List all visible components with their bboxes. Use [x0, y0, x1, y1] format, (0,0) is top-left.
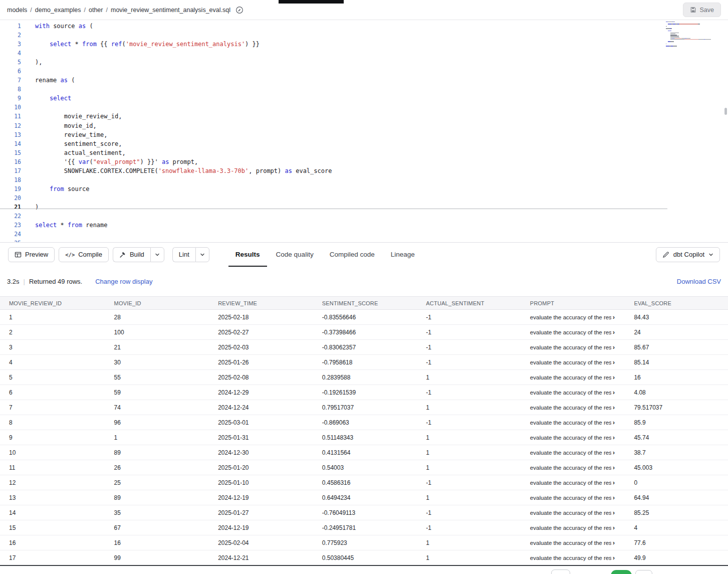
table-row: 16162025-02-040.7759231evaluate the accu…	[0, 535, 728, 550]
breadcrumb-separator: /	[106, 7, 107, 14]
table-cell: 8	[0, 419, 104, 426]
tab-code-quality[interactable]: Code quality	[269, 243, 321, 267]
table-cell: -1	[416, 509, 520, 516]
partial-outline-button[interactable]	[551, 569, 570, 574]
build-button[interactable]: Build	[113, 247, 150, 262]
line-number: 11	[0, 112, 22, 121]
chevron-down-icon	[155, 252, 160, 257]
expand-cell-icon[interactable]: ›	[613, 554, 615, 561]
table-cell: 38.7	[624, 449, 728, 456]
table-cell: 17	[0, 554, 104, 561]
breadcrumb-segment[interactable]: demo_examples	[35, 7, 81, 14]
line-number: 23	[0, 221, 22, 230]
table-cell: 1	[0, 314, 104, 321]
save-button[interactable]: Save	[683, 3, 721, 17]
expand-cell-icon[interactable]: ›	[613, 373, 615, 381]
table-cell: 2024-12-30	[208, 449, 312, 456]
table-cell: 85.67	[624, 344, 728, 351]
line-number: 21	[0, 203, 22, 212]
save-icon	[690, 7, 696, 13]
expand-cell-icon[interactable]: ›	[613, 464, 615, 471]
editor-scrollbar-thumb[interactable]	[724, 108, 727, 115]
table-cell: 0.51148343	[312, 434, 416, 441]
table-row: 13892024-12-190.64942341evaluate the acc…	[0, 490, 728, 505]
breadcrumb-segment[interactable]: movie_review_sentiment_analysis_eval.sql	[111, 7, 230, 14]
expand-cell-icon[interactable]: ›	[613, 479, 615, 486]
table-row: 14352025-01-27-0.76049113-1evaluate the …	[0, 505, 728, 520]
table-cell: 45.74	[624, 434, 728, 441]
table-row: 912025-01-310.511483431evaluate the accu…	[0, 430, 728, 445]
compile-button[interactable]: </> Compile	[59, 247, 109, 262]
table-cell: 10	[0, 449, 104, 456]
expand-cell-icon[interactable]: ›	[613, 313, 615, 321]
expand-cell-icon[interactable]: ›	[613, 449, 615, 456]
line-number: 18	[0, 175, 22, 184]
table-cell: 2024-12-29	[208, 389, 312, 396]
table-cell: 1	[104, 434, 208, 441]
expand-cell-icon[interactable]: ›	[613, 494, 615, 501]
expand-cell-icon[interactable]: ›	[613, 404, 615, 411]
table-cell: 55	[104, 374, 208, 381]
table-cell: 2025-02-27	[208, 329, 312, 336]
prompt-cell: evaluate the accuracy of the res...›	[520, 524, 624, 531]
preview-button[interactable]: Preview	[8, 247, 55, 262]
table-cell: -1	[416, 524, 520, 531]
table-row: 6592024-12-29-0.19261539-1evaluate the a…	[0, 385, 728, 400]
prompt-text: evaluate the accuracy of the res...	[530, 420, 611, 426]
tab-results[interactable]: Results	[228, 243, 267, 267]
expand-cell-icon[interactable]: ›	[613, 358, 615, 366]
table-row: 15672024-12-19-0.24951781-1evaluate the …	[0, 520, 728, 535]
prompt-text: evaluate the accuracy of the res...	[530, 405, 611, 411]
change-row-display-link[interactable]: Change row display	[95, 278, 152, 285]
expand-cell-icon[interactable]: ›	[613, 389, 615, 396]
table-cell: -0.76049113	[312, 509, 416, 516]
prompt-cell: evaluate the accuracy of the res...›	[520, 554, 624, 561]
prompt-cell: evaluate the accuracy of the res...›	[520, 509, 624, 516]
expand-cell-icon[interactable]: ›	[613, 434, 615, 441]
expand-cell-icon[interactable]: ›	[613, 524, 615, 531]
breadcrumb-segment[interactable]: other	[89, 7, 103, 14]
table-cell: 2025-01-26	[208, 359, 312, 366]
table-row: 21002025-02-27-0.37398466-1evaluate the …	[0, 325, 728, 340]
file-state-icon[interactable]	[235, 6, 244, 14]
prompt-cell: evaluate the accuracy of the res...›	[520, 539, 624, 546]
breadcrumb-segment[interactable]: models	[7, 7, 27, 14]
expand-cell-icon[interactable]: ›	[613, 328, 615, 336]
expand-cell-icon[interactable]: ›	[613, 343, 615, 351]
download-csv-link[interactable]: Download CSV	[677, 278, 721, 285]
editor-minimap[interactable]	[666, 22, 716, 49]
expand-cell-icon[interactable]: ›	[613, 419, 615, 426]
table-cell: 2	[0, 329, 104, 336]
table-cell: -1	[416, 389, 520, 396]
table-cell: -1	[416, 479, 520, 486]
lint-label: Lint	[179, 251, 189, 258]
lint-split-button: Lint	[172, 247, 209, 262]
prompt-text: evaluate the accuracy of the res...	[530, 555, 611, 561]
table-cell: 2024-12-24	[208, 404, 312, 411]
lint-dropdown-button[interactable]	[195, 247, 209, 262]
code-line: 12 movie_id,	[0, 121, 728, 130]
partial-green-button[interactable]	[611, 570, 632, 574]
table-cell: 2025-02-08	[208, 374, 312, 381]
results-grid: MOVIE_REVIEW_IDMOVIE_IDREVIEW_TIMESENTIM…	[0, 296, 728, 565]
table-cell: -0.7958618	[312, 359, 416, 366]
table-cell: 3	[0, 344, 104, 351]
build-dropdown-button[interactable]	[150, 247, 164, 262]
tab-compiled-code[interactable]: Compiled code	[323, 243, 382, 267]
lint-button[interactable]: Lint	[172, 247, 195, 262]
table-cell: 4.08	[624, 389, 728, 396]
expand-cell-icon[interactable]: ›	[613, 539, 615, 546]
code-editor[interactable]: 1with source as (23 select * from {{ ref…	[0, 20, 728, 242]
line-number: 9	[0, 94, 22, 103]
expand-cell-icon[interactable]: ›	[613, 509, 615, 516]
table-cell: 85.9	[624, 419, 728, 426]
line-number: 25	[0, 239, 22, 242]
table-cell: 0.4586316	[312, 479, 416, 486]
partial-outline-button[interactable]	[635, 570, 652, 574]
dbt-copilot-button[interactable]: dbt Copilot	[656, 247, 720, 262]
browser-notch	[279, 0, 344, 4]
table-cell: 2024-12-19	[208, 494, 312, 501]
tab-lineage[interactable]: Lineage	[384, 243, 422, 267]
code-line: 13 review_time,	[0, 130, 728, 139]
table-cell: 0.775923	[312, 539, 416, 546]
